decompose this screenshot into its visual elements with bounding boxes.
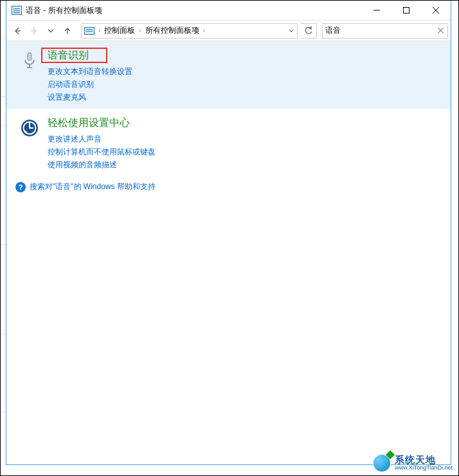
search-input[interactable] xyxy=(323,24,433,38)
windows-help-link[interactable]: 搜索对"语音"的 Windows 帮助和支持 xyxy=(30,181,156,192)
result-sublink[interactable]: 启动语音识别 xyxy=(48,78,443,91)
svg-rect-1 xyxy=(28,53,32,60)
result-sublink[interactable]: 更改讲述人声音 xyxy=(48,133,443,145)
result-sublink[interactable]: 更改文本到语音转换设置 xyxy=(48,65,443,78)
help-icon: ? xyxy=(15,182,26,192)
window-controls xyxy=(362,1,451,20)
recent-locations-button[interactable] xyxy=(42,23,59,39)
address-dropdown-button[interactable] xyxy=(285,24,297,38)
microphone-icon xyxy=(19,50,40,71)
chevron-right-icon[interactable]: › xyxy=(203,27,206,34)
globe-icon xyxy=(373,454,391,472)
breadcrumb-item[interactable]: 所有控制面板项 xyxy=(142,25,203,36)
maximize-button[interactable] xyxy=(392,1,421,20)
titlebar: 语音 - 所有控制面板项 xyxy=(6,1,451,20)
result-ease-of-access: 轻松使用设置中心 更改讲述人声音 控制计算机而不使用鼠标或键盘 使用视频的音频描… xyxy=(6,109,451,176)
breadcrumb: › 控制面板 › 所有控制面板项 › xyxy=(98,25,285,36)
result-sublink[interactable]: 使用视频的音频描述 xyxy=(48,158,443,171)
results-area: 语音识别 更改文本到语音转换设置 启动语音识别 设置麦克风 轻松使用设置中心 xyxy=(6,41,451,464)
breadcrumb-item[interactable]: 控制面板 xyxy=(101,25,138,36)
control-panel-window: 语音 - 所有控制面板项 › xyxy=(6,0,451,465)
control-panel-icon xyxy=(12,6,22,15)
clear-search-button[interactable] xyxy=(433,24,447,38)
result-title-link[interactable]: 语音识别 xyxy=(48,49,89,62)
ease-of-access-icon xyxy=(19,118,40,138)
minimize-button[interactable] xyxy=(362,1,392,20)
result-title-link[interactable]: 轻松使用设置中心 xyxy=(48,116,130,130)
watermark-logo: 系统天地 www.XiTongTianDi.net xyxy=(373,454,453,472)
result-sublink[interactable]: 控制计算机而不使用鼠标或键盘 xyxy=(48,145,443,158)
search-box[interactable] xyxy=(322,23,448,39)
window-title: 语音 - 所有控制面板项 xyxy=(26,5,362,16)
navigation-bar: › 控制面板 › 所有控制面板项 › xyxy=(6,20,451,41)
forward-button[interactable] xyxy=(26,23,42,39)
up-button[interactable] xyxy=(59,23,76,39)
close-button[interactable] xyxy=(421,1,451,20)
address-bar[interactable]: › 控制面板 › 所有控制面板项 › xyxy=(81,23,298,39)
address-bar-icon xyxy=(84,27,94,35)
watermark-url: www.XiTongTianDi.net xyxy=(395,465,453,471)
back-button[interactable] xyxy=(9,23,26,39)
svg-rect-0 xyxy=(404,8,410,14)
watermark-title: 系统天地 xyxy=(395,455,453,465)
help-row: ? 搜索对"语音"的 Windows 帮助和支持 xyxy=(6,176,451,192)
result-sublink[interactable]: 设置麦克风 xyxy=(48,91,443,104)
cropped-left-edge xyxy=(0,0,6,476)
refresh-button[interactable] xyxy=(300,23,317,39)
result-speech-recognition: 语音识别 更改文本到语音转换设置 启动语音识别 设置麦克风 xyxy=(6,41,451,109)
